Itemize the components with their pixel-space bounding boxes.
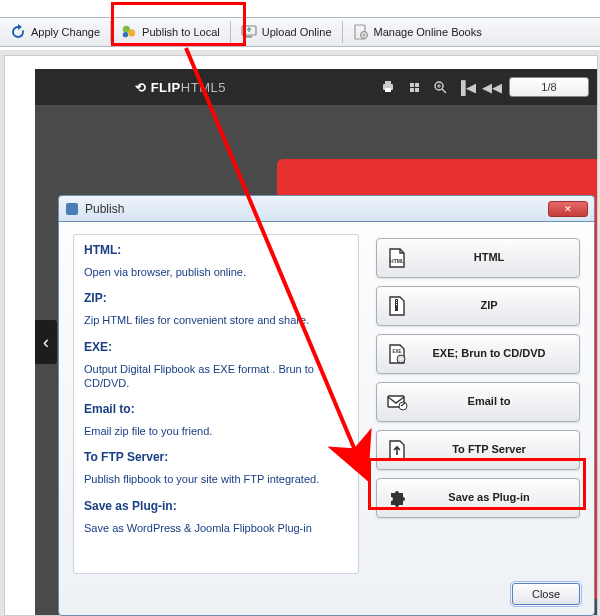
section-desc: Publish flipbook to your site with FTP i… xyxy=(84,472,348,486)
svg-point-26 xyxy=(399,402,407,410)
section-desc: Save as WordPress & Joomla Flipbook Plug… xyxy=(84,521,348,535)
section-desc: Zip HTML files for convenient store and … xyxy=(84,313,348,327)
page-indicator[interactable]: 1/8 xyxy=(509,77,589,97)
dialog-titlebar: Publish ✕ xyxy=(58,195,595,221)
manage-books-button[interactable]: Manage Online Books xyxy=(343,18,492,46)
exe-option-label: EXE; Brun to CD/DVD xyxy=(419,347,579,360)
html-option-button[interactable]: HTML HTML xyxy=(376,238,580,278)
prev-page-icon[interactable]: ◀◀ xyxy=(483,78,501,96)
publish-descriptions-panel: HTML:Open via browser, publish online. Z… xyxy=(73,234,359,574)
apply-change-button[interactable]: Apply Change xyxy=(0,18,110,46)
prev-nav-button[interactable]: ‹ xyxy=(35,320,57,364)
zip-file-icon xyxy=(385,294,409,318)
ftp-option-button[interactable]: To FTP Server xyxy=(376,430,580,470)
puzzle-icon xyxy=(385,486,409,510)
svg-rect-21 xyxy=(396,304,397,305)
section-heading: To FTP Server: xyxy=(84,450,348,464)
flip-logo: ⟲ FLIPHTML5 xyxy=(135,80,226,95)
puzzle-gear-icon xyxy=(121,24,137,40)
publish-app-icon xyxy=(65,202,79,216)
svg-rect-16 xyxy=(66,203,78,215)
email-option-button[interactable]: Email to xyxy=(376,382,580,422)
exe-disc-icon: EXE xyxy=(385,342,409,366)
dialog-close-button[interactable]: ✕ xyxy=(548,201,588,217)
ftp-option-label: To FTP Server xyxy=(419,443,579,456)
publish-dialog: Publish ✕ HTML:Open via browser, publish… xyxy=(58,195,595,616)
thumbnails-icon[interactable] xyxy=(405,78,423,96)
svg-point-2 xyxy=(123,32,128,37)
zip-option-label: ZIP xyxy=(419,299,579,312)
envelope-icon xyxy=(385,390,409,414)
publish-local-label: Publish to Local xyxy=(142,26,220,38)
svg-point-7 xyxy=(363,34,365,36)
section-heading: EXE: xyxy=(84,340,348,354)
plugin-option-label: Save as Plug-in xyxy=(419,491,579,504)
svg-rect-10 xyxy=(385,88,391,92)
upload-online-button[interactable]: Upload Online xyxy=(231,18,342,46)
html-file-icon: HTML xyxy=(385,246,409,270)
zip-option-button[interactable]: ZIP xyxy=(376,286,580,326)
upload-file-icon xyxy=(385,438,409,462)
svg-rect-4 xyxy=(246,36,252,38)
email-option-label: Email to xyxy=(419,395,579,408)
section-heading: ZIP: xyxy=(84,291,348,305)
apply-change-label: Apply Change xyxy=(31,26,100,38)
monitor-icon xyxy=(241,24,257,40)
main-toolbar: Apply Change Publish to Local Upload Onl… xyxy=(0,17,600,47)
viewer-header: ⟲ FLIPHTML5 ▐◀ ◀◀ 1/8 xyxy=(35,69,597,105)
section-heading: HTML: xyxy=(84,243,348,257)
manage-books-label: Manage Online Books xyxy=(374,26,482,38)
dialog-title: Publish xyxy=(85,202,548,216)
print-icon[interactable] xyxy=(379,78,397,96)
svg-text:HTML: HTML xyxy=(390,258,404,264)
upload-online-label: Upload Online xyxy=(262,26,332,38)
svg-rect-19 xyxy=(396,300,397,301)
section-desc: Email zip file to you friend. xyxy=(84,424,348,438)
svg-point-1 xyxy=(128,29,135,36)
svg-text:EXE: EXE xyxy=(392,349,401,354)
plugin-option-button[interactable]: Save as Plug-in xyxy=(376,478,580,518)
first-page-icon[interactable]: ▐◀ xyxy=(457,78,475,96)
svg-rect-9 xyxy=(385,81,391,84)
section-desc: Open via browser, publish online. xyxy=(84,265,348,279)
section-heading: Save as Plug-in: xyxy=(84,499,348,513)
document-gear-icon xyxy=(353,24,369,40)
zoom-icon[interactable] xyxy=(431,78,449,96)
refresh-icon xyxy=(10,24,26,40)
section-heading: Email to: xyxy=(84,402,348,416)
svg-line-12 xyxy=(442,89,446,93)
svg-point-24 xyxy=(400,358,402,360)
publish-local-button[interactable]: Publish to Local xyxy=(111,18,230,46)
exe-option-button[interactable]: EXE EXE; Brun to CD/DVD xyxy=(376,334,580,374)
svg-rect-20 xyxy=(396,302,397,303)
section-desc: Output Digital Flipbook as EXE format . … xyxy=(84,362,348,391)
html-option-label: HTML xyxy=(419,251,579,264)
publish-options-panel: HTML HTML ZIP EXE EXE; Brun to CD/DVD Em… xyxy=(376,238,580,526)
close-button[interactable]: Close xyxy=(512,583,580,605)
